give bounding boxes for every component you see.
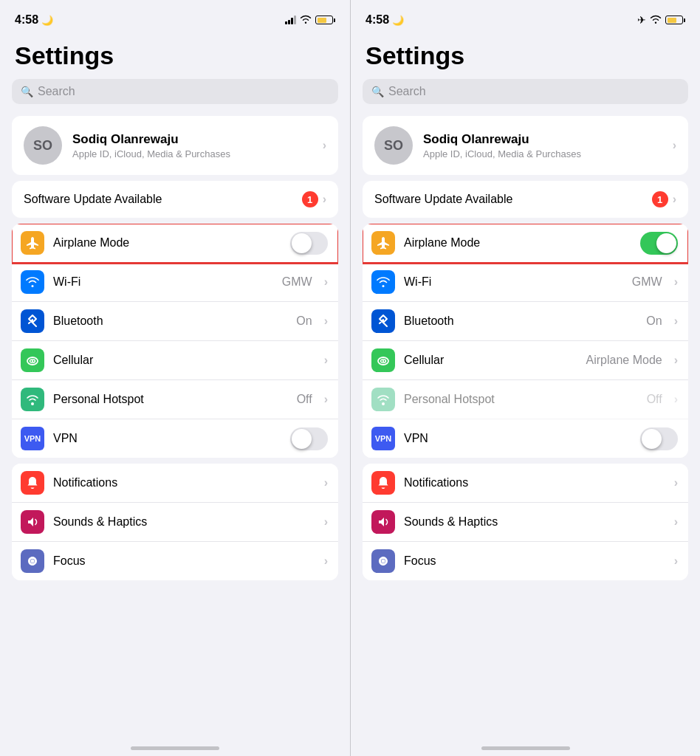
bluetooth-row-icon-left (21, 309, 44, 333)
focus-row-right[interactable]: Focus › (363, 542, 688, 580)
notifications-list-left: Notifications › Sounds & Haptics › Focus (12, 464, 338, 580)
status-bar-left: 4:58 🌙 (0, 0, 350, 35)
wifi-icon-right (650, 14, 662, 26)
update-badge-left: 1 (302, 191, 318, 207)
hotspot-row-left[interactable]: Personal Hotspot Off › (12, 380, 338, 419)
chevron-focus-right: › (674, 554, 678, 568)
bluetooth-row-icon-right (371, 309, 395, 333)
chevron-notifications-right: › (674, 476, 678, 489)
airplane-mode-label-left: Airplane Mode (53, 236, 281, 250)
chevron-icon-left-update: › (323, 193, 326, 206)
wifi-row-right[interactable]: Wi-Fi GMW › (363, 263, 688, 302)
connectivity-list-left: Airplane Mode Wi-Fi GMW › (12, 224, 338, 458)
vpn-row-left[interactable]: VPN VPN (12, 419, 338, 458)
profile-info-right: Sodiq Olanrewaju Apple ID, iCloud, Media… (423, 132, 662, 159)
vpn-toggle-left[interactable] (290, 427, 328, 450)
moon-icon-right: 🌙 (392, 15, 404, 26)
connectivity-list-right: Airplane Mode Wi-Fi GMW › (363, 224, 688, 458)
home-indicator-right (351, 746, 700, 756)
chevron-icon-right-update: › (673, 193, 676, 206)
sounds-row-left[interactable]: Sounds & Haptics › (12, 503, 338, 542)
vpn-row-right[interactable]: VPN VPN (363, 419, 688, 458)
chevron-bluetooth-left: › (324, 315, 328, 328)
chevron-wifi-left: › (324, 275, 328, 289)
airplane-mode-row-right[interactable]: Airplane Mode (363, 224, 688, 263)
airplane-mode-row-left[interactable]: Airplane Mode (12, 224, 338, 263)
search-bar-right[interactable]: 🔍 Search (363, 79, 688, 104)
profile-name-right: Sodiq Olanrewaju (423, 132, 662, 147)
cellular-row-left[interactable]: Cellular › (12, 341, 338, 380)
software-update-row-left[interactable]: Software Update Available 1 › (12, 181, 338, 218)
vpn-toggle-right[interactable] (640, 427, 678, 450)
chevron-focus-left: › (324, 554, 328, 568)
settings-title-left: Settings (0, 35, 350, 79)
cellular-label-left: Cellular (53, 354, 315, 367)
search-bar-left[interactable]: 🔍 Search (12, 79, 338, 104)
profile-sub-right: Apple ID, iCloud, Media & Purchases (423, 148, 662, 159)
update-badge-right: 1 (652, 191, 668, 207)
notifications-list-right: Notifications › Sounds & Haptics › Focus (363, 464, 688, 580)
status-icons-right: ✈ (637, 14, 685, 26)
hotspot-label-left: Personal Hotspot (53, 393, 288, 406)
chevron-icon-left-profile: › (323, 139, 326, 152)
focus-icon-left (21, 549, 44, 573)
vpn-row-icon-left: VPN (21, 427, 44, 450)
hotspot-row-right[interactable]: Personal Hotspot Off › (363, 380, 688, 419)
time-right: 4:58 🌙 (366, 13, 404, 27)
cellular-row-icon-right (371, 348, 395, 372)
time-left: 4:58 🌙 (15, 13, 53, 27)
profile-name-left: Sodiq Olanrewaju (72, 132, 312, 147)
profile-card-left[interactable]: SO Sodiq Olanrewaju Apple ID, iCloud, Me… (12, 116, 338, 175)
chevron-wifi-right: › (674, 275, 678, 289)
chevron-icon-right-profile: › (673, 139, 676, 152)
profile-row-right[interactable]: SO Sodiq Olanrewaju Apple ID, iCloud, Me… (363, 116, 688, 175)
status-icons-left (285, 14, 335, 26)
focus-icon-right (371, 549, 395, 573)
software-update-card-right[interactable]: Software Update Available 1 › (363, 181, 688, 218)
notifications-label-right: Notifications (404, 476, 665, 489)
sounds-label-right: Sounds & Haptics (404, 515, 665, 529)
notifications-icon-right (371, 471, 395, 495)
notifications-icon-left (21, 471, 44, 495)
avatar-left: SO (24, 126, 62, 165)
vpn-label-right: VPN (404, 432, 631, 445)
hotspot-row-icon-right (371, 388, 395, 411)
profile-row-left[interactable]: SO Sodiq Olanrewaju Apple ID, iCloud, Me… (12, 116, 338, 175)
chevron-hotspot-right: › (674, 393, 678, 406)
software-update-row-right[interactable]: Software Update Available 1 › (363, 181, 688, 218)
search-placeholder-right: Search (388, 85, 426, 98)
status-bar-right: 4:58 🌙 ✈ (351, 0, 700, 35)
software-update-card-left[interactable]: Software Update Available 1 › (12, 181, 338, 218)
search-placeholder-left: Search (38, 85, 75, 98)
wifi-row-left[interactable]: Wi-Fi GMW › (12, 263, 338, 302)
vpn-label-left: VPN (53, 432, 281, 445)
notifications-row-left[interactable]: Notifications › (12, 464, 338, 503)
sounds-row-right[interactable]: Sounds & Haptics › (363, 503, 688, 542)
wifi-value-right: GMW (632, 275, 662, 289)
bluetooth-row-left[interactable]: Bluetooth On › (12, 302, 338, 341)
airplane-mode-toggle-right[interactable] (640, 232, 678, 255)
chevron-bluetooth-right: › (674, 315, 678, 328)
cellular-row-right[interactable]: Cellular Airplane Mode › (363, 341, 688, 380)
search-icon-left: 🔍 (21, 86, 33, 97)
svg-point-5 (382, 360, 384, 362)
airplane-mode-toggle-left[interactable] (290, 232, 328, 255)
bluetooth-row-right[interactable]: Bluetooth On › (363, 302, 688, 341)
right-phone-panel: 4:58 🌙 ✈ Settings 🔍 Search (350, 0, 700, 756)
chevron-sounds-left: › (324, 515, 328, 529)
bluetooth-value-left: On (296, 315, 312, 328)
notifications-row-right[interactable]: Notifications › (363, 464, 688, 503)
sounds-icon-right (371, 510, 395, 534)
chevron-notifications-left: › (324, 476, 328, 489)
battery-icon-right (665, 16, 685, 24)
focus-row-left[interactable]: Focus › (12, 542, 338, 580)
profile-card-right[interactable]: SO Sodiq Olanrewaju Apple ID, iCloud, Me… (363, 116, 688, 175)
chevron-sounds-right: › (674, 515, 678, 529)
focus-label-left: Focus (53, 554, 315, 568)
cellular-value-right: Airplane Mode (586, 354, 662, 367)
profile-sub-left: Apple ID, iCloud, Media & Purchases (72, 148, 312, 159)
focus-label-right: Focus (404, 554, 665, 568)
cellular-label-right: Cellular (404, 354, 577, 367)
chevron-cellular-right: › (674, 354, 678, 367)
cellular-row-icon-left (21, 348, 44, 372)
